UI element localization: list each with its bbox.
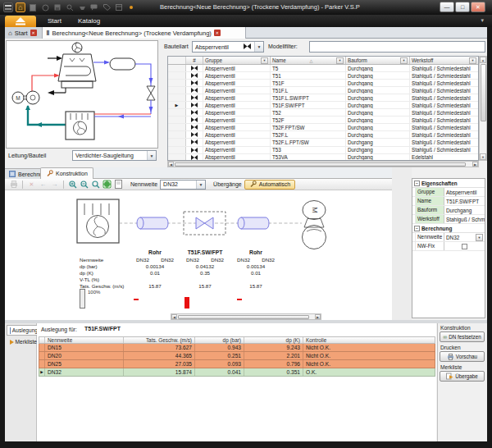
parts-table-row[interactable]: AbsperrventilT51F.LDurchgangStahlguß / S… — [168, 87, 478, 94]
search-icon[interactable] — [65, 2, 75, 12]
parts-table-row[interactable]: ▶AbsperrventilT51F.SW/FPTDurchgangStahlg… — [168, 102, 478, 109]
tab-start[interactable]: ⌂ Start ✕ — [5, 27, 43, 39]
dp-bar-valve — [184, 297, 189, 309]
parts-table-row[interactable]: AbsperrventilT52F.LDurchgangStahlguß / S… — [168, 131, 478, 139]
new-document-icon[interactable] — [28, 2, 38, 12]
application-menu-button[interactable] — [5, 16, 36, 27]
cell-gruppe: Absperrventil — [203, 87, 271, 94]
collapse-icon[interactable]: − — [414, 226, 420, 231]
parts-table-vscrollbar[interactable]: ▲ ▼ — [479, 56, 487, 161]
back-icon[interactable]: ← — [39, 180, 48, 189]
row-label-dp-bar: dp (bar) — [80, 263, 98, 269]
parts-table-row[interactable]: AbsperrventilT53VADurchgangEdelstahl — [168, 154, 478, 161]
open-icon[interactable] — [40, 2, 50, 12]
tab-berechnung[interactable]: ▮ Berechnung<Neue Berechnung> (Trockene … — [43, 27, 246, 39]
row-indicator — [168, 154, 186, 161]
tab-konstruktion-view[interactable]: Konstruktion — [40, 167, 93, 179]
auslegung-table-row[interactable]: ▶DN3215.8740.0410.351O.K. — [39, 368, 435, 377]
filter-icon[interactable]: ▼ — [336, 57, 344, 64]
dropdown-arrow-icon[interactable]: ▼ — [476, 234, 483, 241]
property-row-name[interactable]: NameT51F.SW/FPT — [412, 197, 485, 206]
component-dp-bar: 0.04132 — [180, 263, 230, 269]
column-name[interactable]: Name△▼ — [271, 57, 346, 64]
cell-geschw: 15.874 — [124, 368, 195, 376]
wrench-icon — [46, 170, 53, 177]
filter-icon[interactable]: ▼ — [261, 57, 268, 64]
group-berechnung[interactable]: − Berechnung — [412, 224, 485, 233]
collapse-icon[interactable]: − — [414, 181, 420, 186]
parts-table-row[interactable]: AbsperrventilT53DurchgangStahlguß / Schm… — [168, 147, 478, 154]
property-row-werkstoff[interactable]: WerkstoffStahlguß / Schmiedestahl — [412, 215, 485, 224]
snapshot-icon[interactable] — [114, 2, 124, 12]
column-gruppe[interactable]: Gruppe▼ — [203, 57, 271, 64]
close-tab-icon[interactable]: ✕ — [214, 30, 221, 36]
parts-table-row[interactable]: AbsperrventilT51DurchgangStahlguß / Schm… — [168, 72, 478, 80]
group-eigenschaften[interactable]: − Eigenschaften — [412, 179, 485, 188]
column-werkstoff[interactable]: Werkstoff▼ — [410, 57, 478, 64]
home-icon[interactable]: ⌂ — [16, 2, 25, 12]
property-row-nwfix[interactable]: NW-Fix — [412, 242, 485, 251]
auslegung-table-row[interactable]: DN2527.0350.0930.796Nicht O.K. — [39, 360, 435, 368]
close-tab-icon[interactable]: ✕ — [30, 30, 37, 36]
comment-icon[interactable] — [89, 2, 99, 12]
parts-table-row[interactable]: AbsperrventilT51F.L.SW/FPTDurchgangStahl… — [168, 94, 478, 102]
column-hash[interactable]: # — [186, 57, 203, 64]
konstruktion-canvas[interactable]: M — [5, 190, 392, 320]
parts-table-row[interactable]: AbsperrventilT5DurchgangStahlguß / Schmi… — [168, 65, 478, 72]
column-bauform[interactable]: Bauform▼ — [346, 57, 410, 64]
delete-icon[interactable]: ✕ — [27, 180, 36, 189]
refrigeration-circuit-diagram: M — [7, 41, 157, 148]
zoom-reset-icon[interactable] — [91, 180, 100, 189]
splitter[interactable] — [392, 167, 412, 320]
auslegung-table-row[interactable]: DN1573.6270.9439.243Nicht O.K. — [39, 344, 435, 352]
parts-table-hscrollbar[interactable]: ◀ ▶ — [167, 161, 479, 167]
modellfilter-input[interactable] — [309, 41, 485, 53]
parts-table-row[interactable]: AbsperrventilT52FDurchgangStahlguß / Sch… — [168, 117, 478, 124]
menu-katalog[interactable]: Katalog — [78, 17, 100, 25]
parts-table-row[interactable]: AbsperrventilT51FDurchgangStahlguß / Sch… — [168, 80, 478, 87]
tag-icon[interactable] — [102, 2, 112, 12]
forward-icon[interactable]: → — [50, 180, 59, 189]
nennweite-select[interactable]: DN32 ▼ — [160, 180, 206, 190]
parts-table-row[interactable]: AbsperrventilT52F.L.FPT/SWDurchgangStahl… — [168, 139, 478, 146]
pin-icon[interactable] — [126, 2, 136, 12]
print-icon[interactable] — [9, 180, 18, 189]
filter-icon[interactable]: ▼ — [400, 57, 408, 64]
zoom-out-icon[interactable] — [80, 180, 89, 189]
parts-table-row[interactable]: AbsperrventilT52DurchgangStahlguß / Schm… — [168, 109, 478, 117]
zoom-in-icon[interactable] — [68, 180, 77, 189]
leitung-bauteil-select[interactable]: Verdichter-Saugleitung ▼ — [72, 150, 157, 161]
property-row-nennweite[interactable]: Nennweite DN32 ▼ — [412, 233, 485, 242]
valve-icon — [186, 154, 203, 161]
property-row-gruppe[interactable]: GruppeAbsperrventil — [412, 188, 485, 197]
svg-text:M: M — [311, 207, 319, 213]
filter-icon[interactable]: ▼ — [469, 57, 476, 64]
maximize-button[interactable]: □ — [455, 2, 470, 12]
auslegung-rows: DN1573.6270.9439.243Nicht O.K.DN2044.365… — [39, 344, 435, 377]
close-button[interactable]: ✕ — [471, 2, 485, 12]
minimize-button[interactable]: — — [440, 2, 454, 12]
tab-auslegung[interactable]: Auslegung — [7, 325, 40, 336]
fit-to-view-icon[interactable] — [102, 180, 112, 189]
automatisch-toggle-button[interactable]: Automatisch — [244, 180, 296, 190]
property-row-bauform[interactable]: BauformDurchgang — [412, 206, 485, 215]
bauteilart-select[interactable]: Absperrventil ▼ — [192, 41, 264, 53]
save-icon[interactable] — [52, 2, 62, 12]
auslegung-table-row[interactable]: DN2044.3650.2512.201Nicht O.K. — [39, 352, 435, 360]
page-view-icon[interactable] — [114, 180, 123, 189]
vorschau-button[interactable]: Vorschau — [440, 351, 485, 362]
row-label-vtl: V-TL (%) — [80, 277, 99, 282]
parts-table-row[interactable]: AbsperrventilT52F.FPT/SWDurchgangStahlgu… — [168, 124, 478, 131]
cell-werkstoff: Stahlguß / Schmiedestahl — [410, 94, 478, 101]
ribbon-collapse-icon[interactable]: ▾ — [481, 17, 484, 24]
cell-werkstoff: Stahlguß / Schmiedestahl — [410, 87, 478, 94]
nwfix-checkbox[interactable] — [462, 244, 467, 249]
uebergabe-button[interactable]: Übergabe — [440, 371, 485, 382]
menu-start[interactable]: Start — [48, 17, 61, 25]
cell-bauform: Durchgang — [346, 117, 410, 123]
tab-merkliste[interactable]: Merkliste — [7, 336, 39, 347]
cell-gruppe: Absperrventil — [203, 102, 271, 108]
dn-festsetzen-button[interactable]: ∞ DN festsetzen — [440, 331, 485, 342]
canvas-hscrollbar[interactable]: ◀ ▶ — [171, 313, 321, 320]
favorites-icon[interactable] — [77, 2, 87, 12]
